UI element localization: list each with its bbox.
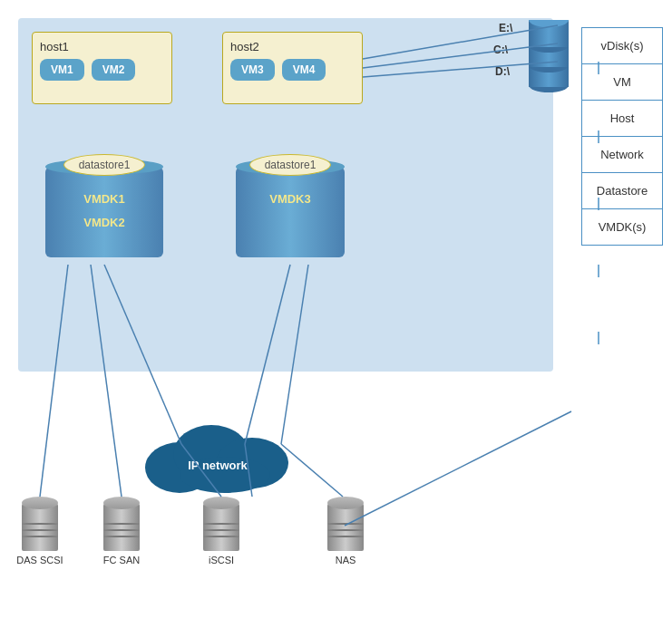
right-panel: vDisk(s) VM Host Network Datastore VMDK(… — [581, 27, 663, 246]
diagram: host1 VM1 VM2 host2 VM3 VM4 datastore1 V… — [0, 0, 672, 628]
nas-label: NAS — [336, 555, 356, 565]
right-datastore: Datastore — [581, 173, 663, 209]
drive-e-label: E:\ — [499, 22, 512, 34]
vdisk-cylinders-svg — [524, 20, 574, 97]
fc-san-label: FC SAN — [103, 555, 140, 565]
datastore1-cylinder: VMDK1 VMDK2 — [45, 167, 163, 257]
datastore2-label: datastore1 — [249, 154, 332, 176]
vm4-badge: VM4 — [282, 59, 326, 81]
right-vm: VM — [581, 64, 663, 101]
host2-label: host2 — [230, 40, 355, 53]
host1-vms: VM1 VM2 — [40, 59, 164, 81]
vmdk2-label: VMDK2 — [62, 214, 147, 232]
iscsi-label: iSCSI — [209, 555, 234, 565]
vdisk-stack: E:\ C:\ D:\ — [524, 20, 574, 101]
vm3-badge: VM3 — [230, 59, 275, 81]
iscsi-item: iSCSI — [198, 497, 245, 565]
das-scsi-label: DAS SCSI — [16, 555, 63, 565]
vmdk3-label: VMDK3 — [252, 190, 328, 208]
right-vmdk: VMDK(s) — [581, 209, 663, 246]
iscsi-icon — [198, 497, 245, 551]
drive-c-label: C:\ — [493, 43, 508, 56]
host2-vms: VM3 VM4 — [230, 59, 355, 81]
ip-network-cloud: IP network — [134, 413, 302, 495]
das-scsi-item: DAS SCSI — [16, 497, 63, 565]
fc-san-icon — [98, 497, 145, 551]
das-scsi-icon — [16, 497, 63, 551]
nas-item: NAS — [322, 497, 369, 565]
svg-line-30 — [345, 411, 571, 526]
host2-box: host2 VM3 VM4 — [222, 32, 363, 104]
datastore2-cylinder: VMDK3 — [236, 167, 345, 257]
right-vdisk: vDisk(s) — [581, 27, 663, 64]
vm2-badge: VM2 — [92, 59, 136, 81]
datastore2-container: datastore1 VMDK3 — [236, 154, 345, 257]
vmdk1-label: VMDK1 — [62, 190, 147, 208]
datastore1-label: datastore1 — [63, 154, 146, 176]
right-host: Host — [581, 101, 663, 137]
datastore1-container: datastore1 VMDK1 VMDK2 — [45, 154, 163, 257]
nas-icon — [322, 497, 369, 551]
right-network: Network — [581, 137, 663, 173]
svg-text:IP network: IP network — [188, 459, 248, 472]
host1-label: host1 — [40, 40, 164, 53]
host1-box: host1 VM1 VM2 — [32, 32, 172, 104]
drive-d-label: D:\ — [495, 65, 510, 78]
vm1-badge: VM1 — [40, 59, 84, 81]
fc-san-item: FC SAN — [98, 497, 145, 565]
